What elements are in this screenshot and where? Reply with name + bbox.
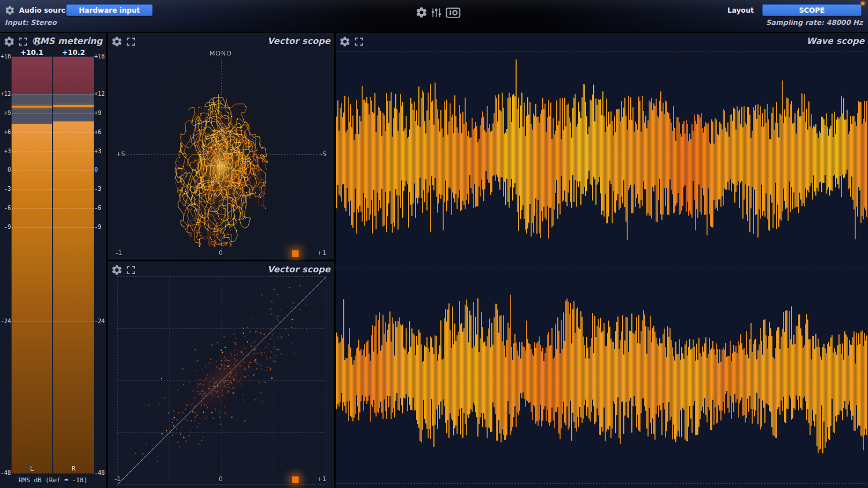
fullscreen-icon[interactable]: [18, 36, 28, 47]
meter-caption: RMS dB (Ref = -18): [0, 476, 106, 484]
meter-tick-label: +12: [94, 91, 105, 97]
wave-scope-panel: Wave scope: [336, 33, 868, 488]
gear-icon[interactable]: [111, 264, 123, 276]
rms-metering-panel: RMS metering +10.1 +10.2 +18+18+12+12+9+…: [0, 33, 106, 488]
minus-s-axis-label: -S: [320, 150, 326, 158]
waveform-display: [336, 33, 868, 488]
mono-axis-label: MONO: [108, 50, 334, 57]
meter-tick-label: -24: [94, 318, 105, 324]
gear-icon[interactable]: [3, 36, 15, 47]
meter-tick-label: +9: [94, 110, 105, 116]
meter-tick-label: +6: [94, 129, 105, 135]
meter-tick-label: +9: [0, 110, 11, 116]
meter-channel-left: [12, 57, 52, 473]
meter-tick-label: -48: [0, 469, 11, 476]
meter-value-right: +10.2: [56, 49, 91, 57]
vector-scope-polar-panel: Vector scope MONO +S -S -1 0 +1: [108, 33, 334, 260]
meter-tick-label: -9: [94, 224, 105, 230]
scope-marker-square[interactable]: [292, 476, 299, 483]
meter-peak-line-left: [12, 106, 52, 108]
meter-tick-label: 0: [94, 167, 105, 173]
audio-source-label: Audio source: [19, 4, 70, 17]
vector-scope-2-header: Vector scope: [108, 261, 334, 279]
vector-scope-1-header: Vector scope: [108, 33, 334, 51]
meter-tick-label: +12: [0, 91, 11, 97]
status-dot: [861, 2, 865, 5]
layout-label: Layout: [727, 4, 754, 17]
audio-analyzer-app: Audio source Hardware input: [0, 0, 868, 488]
vector-scope-display: [108, 33, 334, 260]
meter-tick-label: +3: [94, 148, 105, 154]
wave-scope-header: Wave scope: [336, 33, 868, 51]
panel-title: Vector scope: [267, 264, 330, 275]
meter-tick-label: +6: [0, 129, 11, 135]
panel-title: Wave scope: [807, 36, 865, 46]
fullscreen-icon[interactable]: [126, 36, 136, 47]
scope-marker-square[interactable]: [292, 250, 299, 257]
meter-tick-label: +3: [0, 148, 11, 154]
x-mid-label: 0: [108, 475, 334, 483]
fullscreen-icon[interactable]: [126, 265, 136, 275]
meter-tick-label: -9: [0, 224, 11, 230]
channel-label-right: R: [56, 465, 91, 472]
vector-scope-xy-panel: Vector scope -1 0 +1: [108, 261, 334, 488]
meter-tick-label: -6: [94, 205, 105, 211]
panel-title: RMS metering: [33, 36, 102, 46]
meter-tick-label: -48: [94, 469, 105, 476]
audio-source-gear-icon[interactable]: [5, 5, 15, 16]
meter-tick-label: 0: [0, 167, 11, 173]
x-mid-label: 0: [108, 249, 334, 257]
meter-peak-line-right: [53, 105, 94, 107]
x-max-label: +1: [317, 475, 326, 483]
plus-s-axis-label: +S: [116, 150, 125, 158]
meter-tick-label: -3: [94, 186, 105, 192]
sampling-rate: Sampling rate: 48000 Hz: [766, 19, 863, 27]
meter-tick-label: -24: [0, 318, 11, 324]
meter-tick-label: +18: [94, 53, 105, 60]
panel-title: Vector scope: [267, 36, 330, 46]
gear-icon[interactable]: [111, 36, 123, 47]
meter-tick-label: -3: [0, 186, 11, 192]
input-status: Input: Stereo: [5, 19, 57, 27]
rms-meter-display: [12, 57, 94, 473]
top-bar: Audio source Hardware input: [0, 0, 868, 32]
meter-value-left: +10.1: [14, 49, 49, 57]
channel-label-left: L: [14, 465, 49, 472]
scope-button[interactable]: SCOPE: [762, 4, 862, 16]
fullscreen-icon[interactable]: [354, 36, 364, 47]
correlation-scatter-display: [108, 261, 334, 488]
hardware-input-button[interactable]: Hardware input: [66, 4, 153, 16]
meter-channel-right: [53, 57, 94, 473]
gear-icon[interactable]: [339, 36, 351, 47]
x-max-label: +1: [317, 249, 326, 257]
meter-tick-label: -6: [0, 205, 11, 211]
meter-tick-label: +18: [0, 53, 11, 60]
